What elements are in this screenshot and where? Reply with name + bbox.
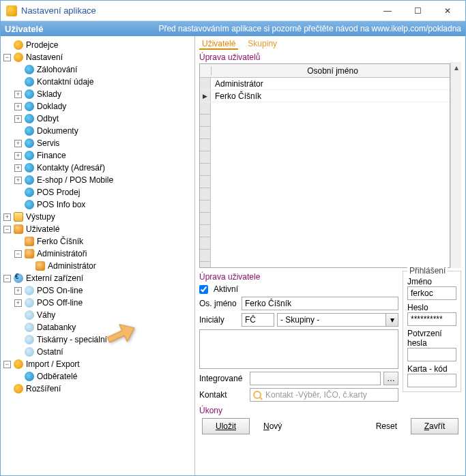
tree-item[interactable]: Dokumenty bbox=[14, 125, 193, 137]
active-row: Aktivní bbox=[199, 284, 398, 294]
section-hint: Před nastavováním aplikace si pozorně př… bbox=[158, 24, 461, 33]
scroll-up-icon[interactable]: ▴ bbox=[451, 62, 461, 73]
login-card-input[interactable] bbox=[407, 374, 456, 387]
tree-item[interactable]: +Sklady bbox=[14, 88, 193, 100]
cell-name: Ferko Číšník bbox=[211, 91, 450, 101]
login-password2-label: Potvrzení hesla bbox=[407, 329, 456, 348]
gear-icon bbox=[25, 138, 34, 148]
new-button[interactable]: Nový bbox=[263, 421, 282, 431]
notes-textarea[interactable] bbox=[199, 329, 398, 369]
user-edit-heading: Úprava uživatele bbox=[199, 272, 398, 282]
users-grid[interactable]: Osobní jméno AdministrátorFerko Číšník bbox=[199, 63, 450, 268]
grid-body[interactable]: AdministrátorFerko Číšník bbox=[200, 78, 450, 267]
active-checkbox[interactable] bbox=[199, 285, 208, 294]
login-card-label: Karta - kód bbox=[407, 364, 456, 374]
login-name-input[interactable] bbox=[407, 286, 456, 300]
detail-pane: Uživatelé Skupiny Úprava uživatelů Osobn… bbox=[195, 36, 465, 475]
section-header: Uživatelé Před nastavováním aplikace si … bbox=[1, 21, 465, 36]
active-label[interactable]: Aktivní bbox=[214, 284, 253, 294]
login-legend: Přihlášení bbox=[407, 266, 448, 276]
gear-icon bbox=[25, 175, 34, 185]
tree-import-export[interactable]: − Import / Export bbox=[3, 358, 193, 370]
gear-icon bbox=[14, 359, 23, 369]
expander-icon[interactable]: + bbox=[3, 213, 11, 221]
device-icon bbox=[25, 323, 34, 332]
tab-groups[interactable]: Skupiny bbox=[245, 39, 280, 50]
app-icon bbox=[6, 5, 17, 16]
gear-icon bbox=[25, 372, 34, 381]
login-password-input[interactable] bbox=[407, 312, 456, 326]
tree-item[interactable]: +Odbyt bbox=[14, 113, 193, 125]
tree-admin-user[interactable]: Administrátor bbox=[25, 260, 193, 272]
tree-item[interactable]: POS Info box bbox=[14, 198, 193, 211]
save-button[interactable]: Uložit bbox=[202, 418, 250, 434]
tree-item[interactable]: +E-shop / POS Mobile bbox=[14, 174, 193, 186]
expander-icon[interactable]: − bbox=[3, 361, 11, 368]
tree-item[interactable]: Tiskárny - speciální bbox=[14, 333, 193, 346]
search-icon bbox=[253, 391, 261, 399]
dropdown-arrow-icon[interactable]: ▾ bbox=[386, 313, 398, 327]
contact-label: Kontakt bbox=[199, 390, 247, 400]
gear-icon bbox=[25, 102, 34, 111]
expander-icon[interactable]: − bbox=[3, 54, 11, 61]
tree-admins[interactable]: − Administrátoři bbox=[14, 248, 193, 260]
window-title: Nastavení aplikace bbox=[21, 5, 373, 16]
row-header[interactable] bbox=[200, 78, 211, 89]
tree-item[interactable]: +Kontakty (Adresář) bbox=[14, 162, 193, 174]
tree-outputs[interactable]: + Výstupy bbox=[3, 211, 193, 223]
gear-icon bbox=[25, 77, 34, 87]
tree-item[interactable]: Zálohování bbox=[14, 63, 193, 76]
minimize-button[interactable]: — bbox=[373, 1, 403, 20]
tree-user-ferko[interactable]: Ferko Číšník bbox=[14, 235, 193, 248]
tree-item[interactable]: +POS Off-line bbox=[14, 297, 193, 309]
tree-extensions[interactable]: Rozšíření bbox=[3, 383, 193, 395]
actions-heading: Úkony bbox=[199, 406, 461, 415]
tree-item[interactable]: Databanky bbox=[14, 321, 193, 333]
nav-tree[interactable]: Prodejce − Nastavení ZálohováníKontaktní… bbox=[1, 36, 195, 475]
tree-item[interactable]: +Servis bbox=[14, 137, 193, 149]
tree-users[interactable]: − Uživatelé bbox=[3, 223, 193, 235]
gear-icon bbox=[25, 188, 34, 197]
close-action-button[interactable]: Zavřít bbox=[411, 418, 458, 434]
tree-item[interactable]: Odběratelé bbox=[14, 370, 193, 383]
tab-users[interactable]: Uživatelé bbox=[199, 39, 238, 50]
login-password2-input[interactable] bbox=[407, 348, 456, 361]
integrated-input[interactable] bbox=[250, 372, 381, 385]
tree-item[interactable]: Kontaktní údaje bbox=[14, 76, 193, 88]
tree-external[interactable]: − Externí zařízení bbox=[3, 272, 193, 284]
tree-settings[interactable]: − Nastavení bbox=[3, 51, 193, 63]
tree-item[interactable]: +Doklady bbox=[14, 100, 193, 113]
grid-scrollbar[interactable]: ▴ bbox=[450, 62, 461, 268]
maximize-button[interactable]: ☐ bbox=[403, 1, 433, 20]
login-password-label: Heslo bbox=[407, 303, 456, 312]
reset-button[interactable]: Reset bbox=[376, 421, 397, 431]
login-name-label: Jméno bbox=[407, 277, 456, 286]
tree-item[interactable]: Váhy bbox=[14, 309, 193, 321]
section-title: Uživatelé bbox=[5, 24, 43, 34]
expander-icon[interactable]: − bbox=[3, 275, 11, 282]
integrated-browse-button[interactable]: … bbox=[383, 372, 398, 385]
tree-item[interactable]: Ostatní bbox=[14, 346, 193, 358]
groups-dropdown[interactable] bbox=[277, 313, 386, 327]
expander-icon[interactable]: − bbox=[14, 250, 22, 258]
device-icon bbox=[14, 273, 23, 283]
close-button[interactable]: ✕ bbox=[433, 1, 463, 20]
users-icon bbox=[14, 224, 23, 234]
name-input[interactable] bbox=[242, 297, 398, 310]
table-row[interactable]: Administrátor bbox=[200, 78, 450, 90]
contact-search-input[interactable]: Kontakt -Výběr, IČO, č.karty bbox=[250, 388, 398, 402]
initials-input[interactable] bbox=[242, 313, 274, 327]
column-header-name[interactable]: Osobní jméno bbox=[211, 66, 450, 76]
tree-item[interactable]: +POS On-line bbox=[14, 284, 193, 297]
tree-root[interactable]: Prodejce bbox=[3, 39, 193, 51]
device-icon bbox=[25, 335, 34, 344]
tree-item[interactable]: +Finance bbox=[14, 149, 193, 162]
table-row[interactable]: Ferko Číšník bbox=[200, 90, 450, 102]
row-header[interactable] bbox=[200, 90, 211, 102]
device-icon bbox=[25, 310, 34, 320]
gear-icon bbox=[25, 126, 34, 136]
user-icon bbox=[35, 261, 45, 271]
expander-icon[interactable]: − bbox=[3, 226, 11, 233]
tree-item[interactable]: POS Prodej bbox=[14, 186, 193, 198]
titlebar: Nastavení aplikace — ☐ ✕ bbox=[1, 1, 465, 21]
